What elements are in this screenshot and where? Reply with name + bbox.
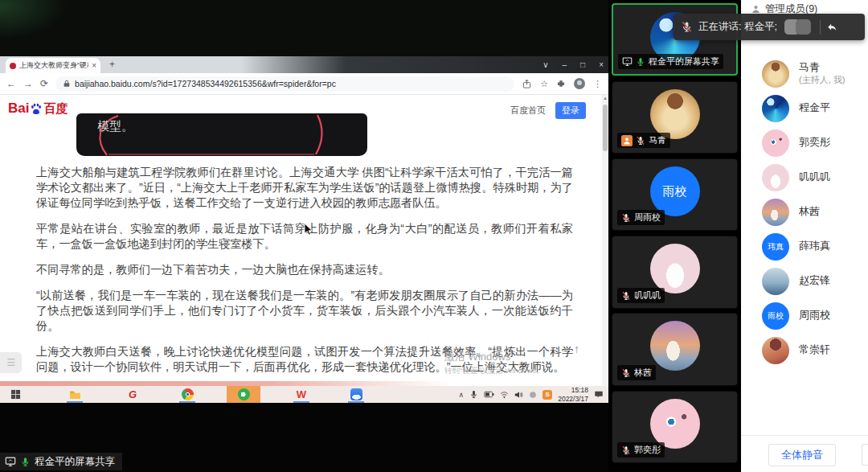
back-to-top-icon[interactable]: ↑ <box>574 343 579 355</box>
video-tile-jijiji[interactable]: 叽叽叽 <box>612 236 738 309</box>
member-name: 马青 <box>799 61 845 74</box>
share-icon[interactable] <box>522 79 532 89</box>
forward-icon[interactable]: → <box>23 78 33 89</box>
member-row[interactable]: 林茜 <box>741 195 868 229</box>
member-row[interactable]: 马青 (主持人, 我) <box>741 56 868 91</box>
close-button[interactable]: × <box>599 60 604 69</box>
member-row[interactable]: 叽叽叽 <box>741 160 868 195</box>
list-icon: ☰ <box>7 357 15 368</box>
video-tile-linqian[interactable]: 林茜 <box>612 313 738 386</box>
url-text: baijiahao.baidu.com/s?id=172734853449261… <box>75 79 336 88</box>
desktop-wallpaper <box>0 0 608 56</box>
wps-button[interactable]: W <box>288 386 315 403</box>
member-row[interactable]: 程金平 <box>741 91 868 125</box>
page-scrollbar[interactable]: ▲ <box>602 95 608 386</box>
mouse-cursor <box>304 223 313 236</box>
chrome-icon <box>182 388 194 400</box>
bookmark-star-icon[interactable]: ☆ <box>540 79 548 89</box>
new-tab-button[interactable]: + <box>109 59 115 70</box>
member-role: (主持人, 我) <box>799 74 845 86</box>
member-row[interactable]: 常崇轩 <box>741 333 868 367</box>
article-paragraph: 上海交大船舶与建筑工程学院教师们在群里讨论。上海交通大学 供图“让科学家干活太可… <box>36 165 573 211</box>
start-button[interactable] <box>2 386 29 403</box>
member-row[interactable]: 郭奕彤 <box>741 125 868 160</box>
article-paragraph: “以前送餐，我们是一车一车装的，现在送餐我们是一车装的。”有老师发朋友圈展示了自… <box>36 288 573 334</box>
tray-s-icon[interactable]: S <box>542 390 552 400</box>
mic-muted-icon <box>621 368 631 378</box>
member-name: 郭奕彤 <box>799 136 830 149</box>
tab-favicon <box>10 63 16 69</box>
blue-app-icon <box>350 388 362 400</box>
volume-icon[interactable] <box>514 391 523 399</box>
members-panel: 管理成员(9) 马青 (主持人, 我) 程金平 郭奕彤 叽叽叽 <box>741 0 868 472</box>
screen-share-icon <box>622 56 633 67</box>
member-row[interactable]: 雨校 周雨校 <box>741 298 868 333</box>
avatar <box>762 95 789 122</box>
tab-search-icon[interactable]: ∨ <box>542 60 548 69</box>
video-tile-guoyitong[interactable]: 郭奕彤 <box>612 391 738 463</box>
avatar <box>762 129 789 157</box>
menu-dots-icon[interactable]: ⋮ <box>593 79 602 89</box>
article-hero-image: 模型。 <box>76 113 367 156</box>
video-tile-maqing[interactable]: 马青 <box>612 81 738 154</box>
member-name: 薛玮真 <box>799 240 830 252</box>
chrome-button[interactable] <box>174 386 201 403</box>
g-browser-button[interactable]: G <box>119 386 146 403</box>
file-explorer-button[interactable] <box>61 386 88 403</box>
extensions-icon[interactable] <box>556 79 566 88</box>
mic-muted-icon <box>621 291 631 301</box>
battery-icon[interactable] <box>484 391 494 398</box>
webpage: Bai 百度 百度首页 登录 模型。 <box>0 95 608 386</box>
reply-arrow-icon[interactable] <box>826 22 837 33</box>
taskbar-clock[interactable]: 15:18 2022/3/17 <box>558 386 588 403</box>
member-row[interactable]: 赵宏锋 <box>741 264 868 298</box>
mic-muted-icon <box>621 213 631 223</box>
mute-all-button[interactable]: 全体静音 <box>768 444 836 466</box>
maximize-button[interactable]: □ <box>580 60 585 69</box>
tab-title: 上海交大教师变身“硬核大白”.. <box>19 60 88 71</box>
catalog-side-tab[interactable]: ☰ <box>0 352 22 373</box>
folder-icon <box>69 390 81 400</box>
back-icon[interactable]: ← <box>6 78 16 89</box>
clock-time: 15:18 <box>558 386 588 395</box>
refresh-icon[interactable]: ⟳ <box>40 78 48 89</box>
tab-close-icon[interactable]: × <box>92 61 96 70</box>
g-browser-icon: G <box>129 388 137 400</box>
monitor-icon <box>5 456 16 467</box>
baidu-paw-icon <box>30 102 43 115</box>
baidu-logo[interactable]: Bai 百度 <box>8 101 68 115</box>
login-button[interactable]: 登录 <box>555 102 586 119</box>
video-tile-strip: 程金平的屏幕共享 马青 雨校 周雨校 叽叽叽 <box>610 0 739 472</box>
wifi-icon[interactable] <box>500 391 509 399</box>
minimize-button[interactable]: – <box>563 60 567 69</box>
member-row[interactable]: 玮真 薛玮真 <box>741 229 868 264</box>
tray-mic-icon[interactable] <box>469 390 478 399</box>
meeting-app-button[interactable] <box>227 386 260 403</box>
video-tile-zhouyuxiao[interactable]: 雨校 周雨校 <box>612 158 738 231</box>
toolbar-icons: ☆ ⋮ <box>522 78 602 89</box>
address-bar[interactable]: baijiahao.baidu.com/s?id=172734853449261… <box>55 76 514 92</box>
lock-icon <box>63 80 71 88</box>
activate-windows-watermark: 激活 Windows 转到“设置”以激活 Windows。 <box>444 350 544 376</box>
avatar-initials: 雨校 <box>663 184 687 199</box>
scrollbar-up-arrow[interactable]: ▲ <box>603 96 608 101</box>
notification-icon[interactable] <box>594 390 604 399</box>
member-name: 林茜 <box>799 205 820 218</box>
avatar <box>762 164 789 191</box>
article-paragraph: 不同寻常的是，教师们一边下着苦功夫，一边大脑也在保持高速运转。 <box>36 262 573 277</box>
avatar <box>762 60 789 88</box>
browser-tab[interactable]: 上海交大教师变身“硬核大白”.. × <box>6 58 100 73</box>
scrollbar-thumb[interactable] <box>603 105 608 151</box>
partial-button-edge[interactable] <box>862 444 868 466</box>
mic-muted-icon <box>681 21 693 33</box>
tile-name: 叽叽叽 <box>634 289 661 302</box>
profile-avatar[interactable] <box>574 78 585 89</box>
blue-app-button[interactable] <box>342 386 370 403</box>
member-name: 赵宏锋 <box>799 274 830 287</box>
baidu-home-link[interactable]: 百度首页 <box>510 105 546 117</box>
mic-on-icon <box>636 57 645 67</box>
tray-expand-icon[interactable]: ∧ <box>459 391 465 399</box>
avatar: 雨校 <box>650 166 700 216</box>
tray-gray-icon[interactable] <box>529 391 537 399</box>
shared-screen-region: 上海交大教师变身“硬核大白”.. × + ∨ – □ × ← → ⟳ baij <box>0 0 608 472</box>
